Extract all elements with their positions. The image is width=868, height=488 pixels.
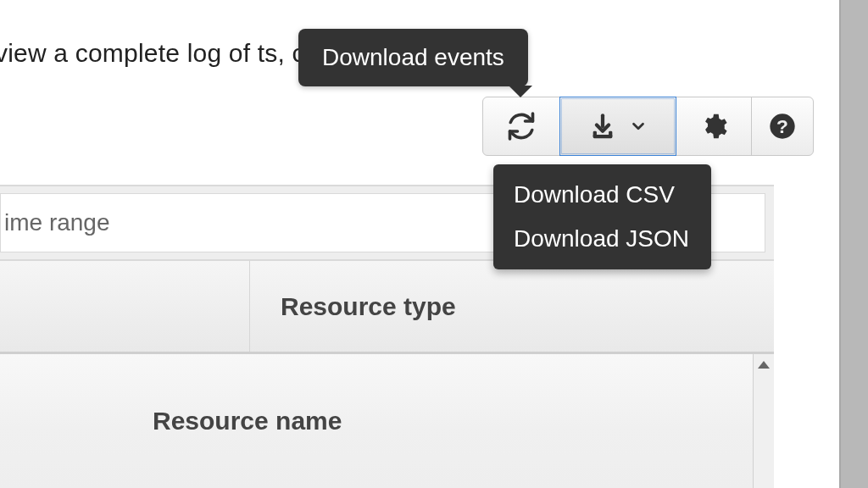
svg-rect-2 xyxy=(609,131,612,137)
settings-button[interactable] xyxy=(676,97,752,156)
refresh-button[interactable] xyxy=(482,97,560,156)
tooltip-label: Download events xyxy=(322,44,504,70)
download-icon xyxy=(588,112,617,141)
svg-rect-1 xyxy=(593,131,597,137)
download-json-item[interactable]: Download JSON xyxy=(493,217,711,261)
svg-text:?: ? xyxy=(776,115,788,137)
chevron-down-icon xyxy=(629,117,648,136)
column-label: Resource type xyxy=(281,292,456,321)
download-csv-item[interactable]: Download CSV xyxy=(493,173,711,217)
scroll-up-icon xyxy=(758,361,770,369)
refresh-icon xyxy=(506,111,537,141)
window-scrollbar[interactable] xyxy=(839,0,868,488)
table-header-resource-type[interactable]: Resource type xyxy=(249,261,774,352)
toolbar: ? xyxy=(482,97,814,156)
download-events-tooltip: Download events xyxy=(298,29,528,86)
time-range-placeholder: ime range xyxy=(4,209,110,236)
table-subheader-row: Resource name xyxy=(0,352,774,488)
download-events-button[interactable] xyxy=(559,97,676,156)
subheader-label: Resource name xyxy=(153,407,342,435)
download-menu: Download CSV Download JSON xyxy=(493,164,711,269)
table-header-blank[interactable] xyxy=(0,261,249,352)
menu-item-label: Download JSON xyxy=(514,225,689,252)
help-icon: ? xyxy=(769,113,796,140)
menu-item-label: Download CSV xyxy=(514,181,675,208)
subheader-resource-name[interactable]: Resource name xyxy=(0,407,342,435)
table-header-row: Resource type xyxy=(0,261,774,352)
inner-scrollbar[interactable] xyxy=(753,352,774,488)
gear-icon xyxy=(699,112,728,141)
help-button[interactable]: ? xyxy=(751,97,814,156)
